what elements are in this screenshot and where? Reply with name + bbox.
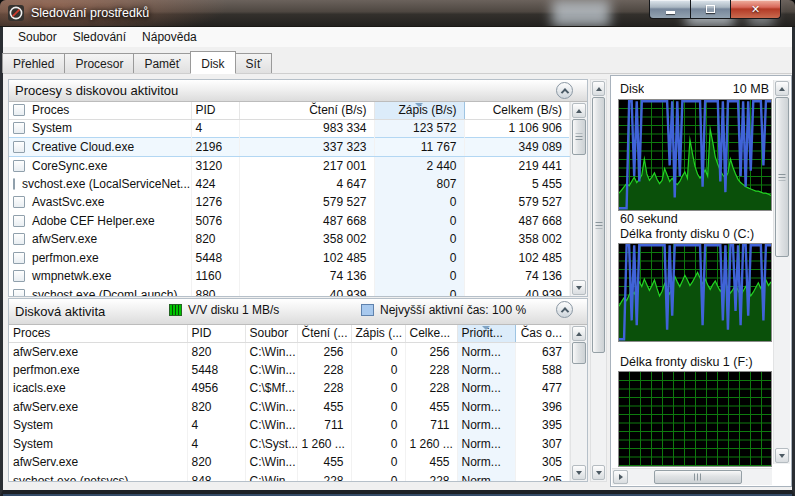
select-all-checkbox[interactable]: [13, 104, 25, 116]
column-header-cteni[interactable]: Čtení (B/s): [239, 102, 374, 119]
table-row[interactable]: afwServ.exe 820 C:\Win... 455 0 455 Norm…: [9, 398, 570, 417]
column-header-soubor[interactable]: Soubor: [245, 325, 297, 342]
scroll-down-button[interactable]: [775, 448, 789, 463]
scroll-up-button[interactable]: [775, 81, 789, 96]
scroll-up-button[interactable]: [592, 81, 605, 96]
table-row[interactable]: CoreSync.exe 3120 217 001 2 440 219 441: [9, 156, 570, 175]
scrollbar-thumb[interactable]: [572, 342, 586, 364]
process-checkbox[interactable]: [13, 122, 25, 134]
scroll-down-icon: [596, 471, 602, 475]
column-header-cteni[interactable]: Čtení (...: [297, 325, 351, 342]
table-row[interactable]: svchost.exe (LocalServiceNet... 424 4 64…: [9, 175, 570, 194]
title-bar[interactable]: Sledování prostředků ✕: [0, 0, 795, 27]
table-row[interactable]: perfmon.exe 5448 C:\Win... 228 0 228 Nor…: [9, 361, 570, 380]
column-header-pid[interactable]: PID: [191, 102, 239, 119]
scrollbar-thumb[interactable]: [572, 119, 586, 155]
total-bps-value: 579 527: [464, 193, 570, 212]
process-name: svchost.exe (LocalServiceNet...: [22, 177, 190, 191]
process-table: Proces PID Čtení (B/s) Zápis (B/s) Celke…: [9, 102, 570, 296]
background-reflection: [552, 0, 610, 27]
charts-panel-hscrollbar[interactable]: [612, 468, 772, 485]
total-value: 1 260 ...: [405, 435, 457, 454]
table-header-row: Proces PID Čtení (B/s) Zápis (B/s) Celke…: [9, 102, 570, 119]
pid-value: 848: [187, 472, 245, 482]
process-table-scrollbar[interactable]: [570, 102, 587, 296]
tab[interactable]: Síť: [235, 53, 273, 73]
table-row[interactable]: AvastSvc.exe 1276 579 527 0 579 527: [9, 193, 570, 212]
write-bps-value: 11 767: [374, 138, 464, 157]
scroll-right-button[interactable]: [613, 470, 628, 484]
scroll-up-button[interactable]: [572, 326, 586, 341]
scrollbar-thumb[interactable]: [775, 97, 789, 257]
table-row[interactable]: perfmon.exe 5448 102 485 0 102 485: [9, 249, 570, 268]
process-checkbox[interactable]: [13, 196, 25, 208]
menu-item[interactable]: Sledování: [65, 28, 134, 46]
column-header-priorita[interactable]: Priorit...: [457, 325, 515, 342]
write-bps-value: 0: [374, 212, 464, 231]
table-row[interactable]: afwServ.exe 820 C:\Win... 256 0 256 Norm…: [9, 342, 570, 361]
menu-item[interactable]: Soubor: [10, 28, 65, 46]
table-row[interactable]: Creative Cloud.exe 2196 337 323 11 767 3…: [9, 138, 570, 157]
write-value: 0: [351, 453, 405, 472]
column-header-zapis[interactable]: Zápis (B/s): [374, 102, 464, 119]
column-header-pid[interactable]: PID: [187, 325, 245, 342]
process-checkbox[interactable]: [13, 270, 25, 282]
table-row[interactable]: System 4 C:\Syst... 1 260 ... 0 1 260 ..…: [9, 435, 570, 454]
column-header-zapis[interactable]: Zápis (...: [351, 325, 405, 342]
table-row[interactable]: System 4 C:\Win... 711 0 711 Norm... 395: [9, 416, 570, 435]
read-bps-value: 40 939: [239, 286, 374, 297]
total-value: 711: [405, 416, 457, 435]
pid-value: 5448: [191, 249, 239, 268]
charts-panel-scrollbar[interactable]: [773, 80, 790, 464]
process-checkbox[interactable]: [13, 289, 25, 296]
minimize-button[interactable]: [649, 0, 691, 19]
resource-monitor-icon: [8, 5, 24, 21]
table-row[interactable]: afwServ.exe 820 358 002 0 358 002: [9, 230, 570, 249]
table-row[interactable]: System 4 983 334 123 572 1 106 906: [9, 119, 570, 138]
column-header-proces[interactable]: Proces: [9, 102, 191, 119]
column-header-proces[interactable]: Proces: [9, 325, 187, 342]
restore-button[interactable]: [691, 0, 731, 19]
pid-value: 1160: [191, 267, 239, 286]
disk-activity-table-scrollbar[interactable]: [570, 325, 587, 481]
scroll-up-button[interactable]: [572, 103, 586, 118]
column-header-celkem[interactable]: Celkem (B/s): [464, 102, 570, 119]
process-checkbox[interactable]: [13, 233, 25, 245]
table-row[interactable]: svchost.exe (netsvcs) 848 C:\Win... 228 …: [9, 472, 570, 482]
tab[interactable]: Paměť: [133, 53, 191, 73]
collapse-section-button[interactable]: [556, 301, 573, 318]
read-bps-value: 217 001: [239, 156, 374, 175]
process-checkbox[interactable]: [13, 160, 25, 172]
table-row[interactable]: wmpnetwk.exe 1160 74 136 0 74 136: [9, 267, 570, 286]
scrollbar-thumb[interactable]: [592, 97, 605, 353]
total-bps-value: 219 441: [464, 156, 570, 175]
scroll-down-button[interactable]: [592, 465, 605, 480]
menu-item[interactable]: Nápověda: [134, 28, 205, 46]
column-header-cas[interactable]: Čas o...: [515, 325, 570, 342]
column-header-celkem[interactable]: Celke...: [405, 325, 457, 342]
tab[interactable]: Přehled: [2, 53, 65, 73]
process-name: afwServ.exe: [32, 232, 97, 246]
process-checkbox[interactable]: [13, 215, 25, 227]
table-row[interactable]: icacls.exe 4956 C:\$Mf... 228 0 228 Norm…: [9, 379, 570, 398]
collapse-section-button[interactable]: [556, 82, 573, 99]
table-row[interactable]: svchost.exe (DcomLaunch) 880 40 939 0 40…: [9, 286, 570, 297]
process-checkbox[interactable]: [13, 141, 25, 153]
total-bps-value: 349 089: [464, 138, 570, 157]
tab[interactable]: Disk: [190, 51, 235, 74]
tab[interactable]: Procesor: [64, 53, 134, 73]
close-button[interactable]: ✕: [731, 0, 781, 19]
resource-monitor-window: Sledování prostředků ✕ SouborSledováníNá…: [0, 0, 795, 496]
scrollbar-thumb[interactable]: [654, 470, 742, 484]
table-row[interactable]: afwServ.exe 820 C:\Win... 455 0 455 Norm…: [9, 453, 570, 472]
process-checkbox[interactable]: [13, 178, 15, 190]
scroll-down-button[interactable]: [572, 465, 586, 480]
read-bps-value: 358 002: [239, 230, 374, 249]
process-checkbox[interactable]: [13, 252, 25, 264]
write-bps-value: 2 440: [374, 156, 464, 175]
scroll-down-button[interactable]: [572, 280, 586, 295]
left-pane-scrollbar[interactable]: [590, 79, 607, 482]
read-value: 228: [297, 361, 351, 380]
table-row[interactable]: Adobe CEF Helper.exe 5076 487 668 0 487 …: [9, 212, 570, 231]
chart-title-disk: Disk: [620, 82, 644, 96]
